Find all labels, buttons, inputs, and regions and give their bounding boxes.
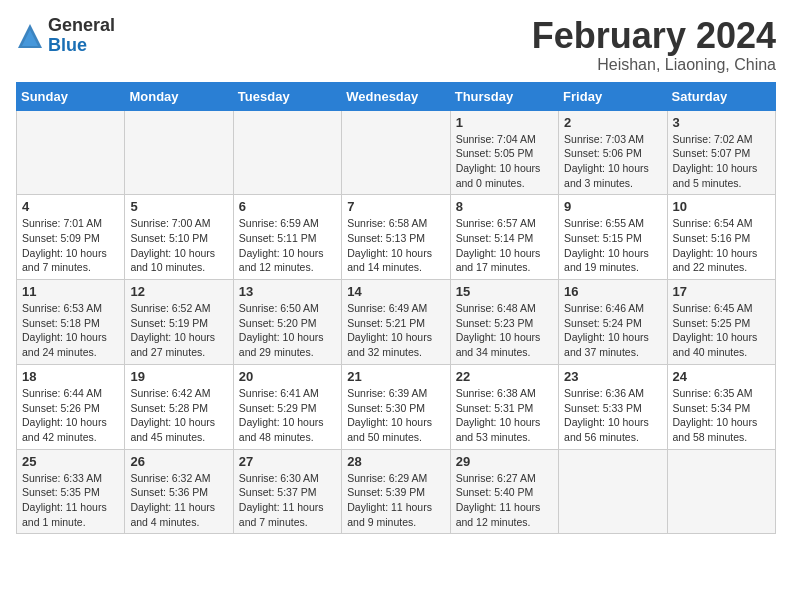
day-number: 6 — [239, 199, 336, 214]
day-number: 28 — [347, 454, 444, 469]
day-info: Sunrise: 6:45 AMSunset: 5:25 PMDaylight:… — [673, 301, 770, 360]
day-info: Sunrise: 6:59 AMSunset: 5:11 PMDaylight:… — [239, 216, 336, 275]
day-number: 10 — [673, 199, 770, 214]
calendar-cell: 7Sunrise: 6:58 AMSunset: 5:13 PMDaylight… — [342, 195, 450, 280]
day-number: 2 — [564, 115, 661, 130]
day-number: 13 — [239, 284, 336, 299]
calendar-cell: 19Sunrise: 6:42 AMSunset: 5:28 PMDayligh… — [125, 364, 233, 449]
logo-blue: Blue — [48, 35, 87, 55]
calendar-cell: 23Sunrise: 6:36 AMSunset: 5:33 PMDayligh… — [559, 364, 667, 449]
weekday-header-friday: Friday — [559, 82, 667, 110]
calendar-cell: 24Sunrise: 6:35 AMSunset: 5:34 PMDayligh… — [667, 364, 775, 449]
calendar-cell: 10Sunrise: 6:54 AMSunset: 5:16 PMDayligh… — [667, 195, 775, 280]
day-info: Sunrise: 6:38 AMSunset: 5:31 PMDaylight:… — [456, 386, 553, 445]
weekday-header-thursday: Thursday — [450, 82, 558, 110]
calendar-cell — [17, 110, 125, 195]
day-info: Sunrise: 6:30 AMSunset: 5:37 PMDaylight:… — [239, 471, 336, 530]
day-info: Sunrise: 6:54 AMSunset: 5:16 PMDaylight:… — [673, 216, 770, 275]
day-number: 29 — [456, 454, 553, 469]
day-number: 27 — [239, 454, 336, 469]
calendar-week-row: 18Sunrise: 6:44 AMSunset: 5:26 PMDayligh… — [17, 364, 776, 449]
calendar-cell: 6Sunrise: 6:59 AMSunset: 5:11 PMDaylight… — [233, 195, 341, 280]
weekday-header-sunday: Sunday — [17, 82, 125, 110]
calendar-cell: 4Sunrise: 7:01 AMSunset: 5:09 PMDaylight… — [17, 195, 125, 280]
month-title: February 2024 — [532, 16, 776, 56]
day-number: 19 — [130, 369, 227, 384]
day-number: 12 — [130, 284, 227, 299]
calendar-cell: 13Sunrise: 6:50 AMSunset: 5:20 PMDayligh… — [233, 280, 341, 365]
calendar-cell: 2Sunrise: 7:03 AMSunset: 5:06 PMDaylight… — [559, 110, 667, 195]
calendar-cell: 1Sunrise: 7:04 AMSunset: 5:05 PMDaylight… — [450, 110, 558, 195]
day-number: 8 — [456, 199, 553, 214]
calendar-week-row: 11Sunrise: 6:53 AMSunset: 5:18 PMDayligh… — [17, 280, 776, 365]
day-number: 23 — [564, 369, 661, 384]
calendar-week-row: 4Sunrise: 7:01 AMSunset: 5:09 PMDaylight… — [17, 195, 776, 280]
weekday-header-saturday: Saturday — [667, 82, 775, 110]
calendar-cell — [233, 110, 341, 195]
day-number: 4 — [22, 199, 119, 214]
day-info: Sunrise: 6:50 AMSunset: 5:20 PMDaylight:… — [239, 301, 336, 360]
day-info: Sunrise: 6:33 AMSunset: 5:35 PMDaylight:… — [22, 471, 119, 530]
calendar-cell: 16Sunrise: 6:46 AMSunset: 5:24 PMDayligh… — [559, 280, 667, 365]
calendar-week-row: 1Sunrise: 7:04 AMSunset: 5:05 PMDaylight… — [17, 110, 776, 195]
day-number: 21 — [347, 369, 444, 384]
day-info: Sunrise: 6:57 AMSunset: 5:14 PMDaylight:… — [456, 216, 553, 275]
location-subtitle: Heishan, Liaoning, China — [532, 56, 776, 74]
day-info: Sunrise: 6:53 AMSunset: 5:18 PMDaylight:… — [22, 301, 119, 360]
calendar-cell: 27Sunrise: 6:30 AMSunset: 5:37 PMDayligh… — [233, 449, 341, 534]
day-number: 24 — [673, 369, 770, 384]
weekday-header-tuesday: Tuesday — [233, 82, 341, 110]
day-number: 11 — [22, 284, 119, 299]
day-info: Sunrise: 6:52 AMSunset: 5:19 PMDaylight:… — [130, 301, 227, 360]
calendar-cell: 3Sunrise: 7:02 AMSunset: 5:07 PMDaylight… — [667, 110, 775, 195]
page-header: General Blue February 2024 Heishan, Liao… — [16, 16, 776, 74]
calendar-cell: 18Sunrise: 6:44 AMSunset: 5:26 PMDayligh… — [17, 364, 125, 449]
calendar-cell: 14Sunrise: 6:49 AMSunset: 5:21 PMDayligh… — [342, 280, 450, 365]
calendar-cell: 22Sunrise: 6:38 AMSunset: 5:31 PMDayligh… — [450, 364, 558, 449]
calendar-cell: 9Sunrise: 6:55 AMSunset: 5:15 PMDaylight… — [559, 195, 667, 280]
logo-general: General — [48, 15, 115, 35]
calendar-cell: 5Sunrise: 7:00 AMSunset: 5:10 PMDaylight… — [125, 195, 233, 280]
calendar-cell — [667, 449, 775, 534]
logo-icon — [16, 22, 44, 50]
weekday-header-wednesday: Wednesday — [342, 82, 450, 110]
calendar-cell: 8Sunrise: 6:57 AMSunset: 5:14 PMDaylight… — [450, 195, 558, 280]
day-info: Sunrise: 7:04 AMSunset: 5:05 PMDaylight:… — [456, 132, 553, 191]
day-number: 20 — [239, 369, 336, 384]
day-number: 25 — [22, 454, 119, 469]
day-number: 18 — [22, 369, 119, 384]
day-number: 15 — [456, 284, 553, 299]
day-number: 17 — [673, 284, 770, 299]
calendar-cell — [559, 449, 667, 534]
day-info: Sunrise: 6:42 AMSunset: 5:28 PMDaylight:… — [130, 386, 227, 445]
day-info: Sunrise: 6:35 AMSunset: 5:34 PMDaylight:… — [673, 386, 770, 445]
day-number: 16 — [564, 284, 661, 299]
weekday-header-monday: Monday — [125, 82, 233, 110]
day-number: 3 — [673, 115, 770, 130]
day-number: 5 — [130, 199, 227, 214]
day-info: Sunrise: 6:49 AMSunset: 5:21 PMDaylight:… — [347, 301, 444, 360]
calendar-cell: 29Sunrise: 6:27 AMSunset: 5:40 PMDayligh… — [450, 449, 558, 534]
day-info: Sunrise: 6:39 AMSunset: 5:30 PMDaylight:… — [347, 386, 444, 445]
calendar-table: SundayMondayTuesdayWednesdayThursdayFrid… — [16, 82, 776, 535]
day-info: Sunrise: 6:46 AMSunset: 5:24 PMDaylight:… — [564, 301, 661, 360]
weekday-header-row: SundayMondayTuesdayWednesdayThursdayFrid… — [17, 82, 776, 110]
calendar-cell: 17Sunrise: 6:45 AMSunset: 5:25 PMDayligh… — [667, 280, 775, 365]
day-info: Sunrise: 6:27 AMSunset: 5:40 PMDaylight:… — [456, 471, 553, 530]
calendar-cell — [125, 110, 233, 195]
calendar-cell: 21Sunrise: 6:39 AMSunset: 5:30 PMDayligh… — [342, 364, 450, 449]
day-number: 9 — [564, 199, 661, 214]
calendar-cell: 12Sunrise: 6:52 AMSunset: 5:19 PMDayligh… — [125, 280, 233, 365]
calendar-cell: 25Sunrise: 6:33 AMSunset: 5:35 PMDayligh… — [17, 449, 125, 534]
day-number: 26 — [130, 454, 227, 469]
day-info: Sunrise: 6:55 AMSunset: 5:15 PMDaylight:… — [564, 216, 661, 275]
day-info: Sunrise: 7:00 AMSunset: 5:10 PMDaylight:… — [130, 216, 227, 275]
day-info: Sunrise: 7:03 AMSunset: 5:06 PMDaylight:… — [564, 132, 661, 191]
day-info: Sunrise: 6:44 AMSunset: 5:26 PMDaylight:… — [22, 386, 119, 445]
calendar-week-row: 25Sunrise: 6:33 AMSunset: 5:35 PMDayligh… — [17, 449, 776, 534]
calendar-cell: 11Sunrise: 6:53 AMSunset: 5:18 PMDayligh… — [17, 280, 125, 365]
day-info: Sunrise: 7:02 AMSunset: 5:07 PMDaylight:… — [673, 132, 770, 191]
day-number: 14 — [347, 284, 444, 299]
day-info: Sunrise: 6:41 AMSunset: 5:29 PMDaylight:… — [239, 386, 336, 445]
day-info: Sunrise: 6:29 AMSunset: 5:39 PMDaylight:… — [347, 471, 444, 530]
